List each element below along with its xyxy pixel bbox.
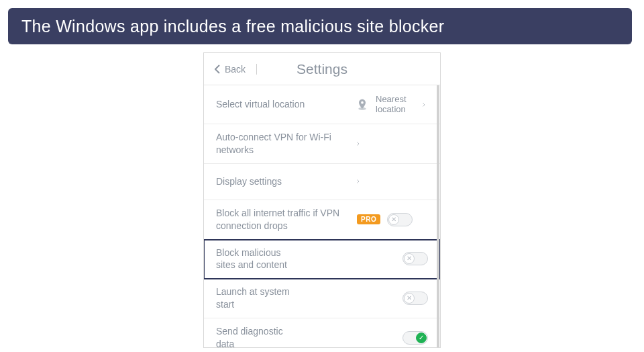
back-divider bbox=[256, 64, 257, 75]
row-label: Block all internet traffic if VPN connec… bbox=[216, 207, 350, 232]
row-label: Send diagnostic data bbox=[216, 325, 303, 347]
back-button[interactable]: Back bbox=[204, 64, 257, 75]
caption-text: The Windows app includes a free maliciou… bbox=[21, 17, 444, 36]
location-value: Nearest location bbox=[376, 95, 416, 115]
check-icon: ✓ bbox=[419, 335, 424, 341]
row-launch-at-start: Launch at system start ✕ bbox=[204, 279, 440, 318]
toggle-knob: ✕ bbox=[388, 214, 399, 225]
page-title: Settings bbox=[297, 61, 347, 77]
row-label: Auto-connect VPN for Wi-Fi networks bbox=[216, 131, 350, 157]
settings-list: Select virtual location Nearest location… bbox=[204, 85, 440, 347]
pro-badge: PRO bbox=[357, 214, 380, 224]
row-display-settings[interactable]: Display settings bbox=[204, 164, 440, 200]
settings-window: Back Settings Select virtual location Ne… bbox=[203, 52, 441, 348]
row-label: Select virtual location bbox=[216, 98, 349, 111]
toggle-diagnostic[interactable]: ✓ bbox=[402, 331, 428, 345]
scrollbar[interactable] bbox=[437, 85, 439, 347]
caption-banner: The Windows app includes a free maliciou… bbox=[8, 8, 632, 44]
row-label: Display settings bbox=[216, 175, 350, 188]
row-label: Launch at system start bbox=[216, 285, 303, 311]
x-icon: ✕ bbox=[391, 216, 396, 223]
chevron-right-icon bbox=[357, 177, 362, 185]
x-icon: ✕ bbox=[407, 295, 412, 302]
toggle-knob: ✓ bbox=[416, 333, 427, 343]
row-virtual-location[interactable]: Select virtual location Nearest location bbox=[204, 85, 440, 124]
row-block-traffic: Block all internet traffic if VPN connec… bbox=[204, 200, 440, 240]
toggle-block-traffic[interactable]: ✕ bbox=[387, 213, 413, 226]
toggle-knob: ✕ bbox=[404, 293, 415, 304]
toggle-launch-at-start[interactable]: ✕ bbox=[402, 292, 428, 305]
toggle-knob: ✕ bbox=[404, 253, 415, 264]
back-label: Back bbox=[225, 64, 246, 75]
location-pin-icon bbox=[356, 98, 369, 112]
toggle-block-malicious[interactable]: ✕ bbox=[402, 252, 428, 265]
row-diagnostic: Send diagnostic data ✓ bbox=[204, 318, 440, 347]
chevron-right-icon bbox=[423, 101, 428, 109]
chevron-left-icon bbox=[215, 64, 221, 74]
x-icon: ✕ bbox=[407, 255, 412, 262]
row-label: Block malicious sites and content bbox=[216, 247, 303, 272]
row-autoconnect[interactable]: Auto-connect VPN for Wi-Fi networks bbox=[204, 124, 440, 164]
chevron-right-icon bbox=[357, 140, 362, 148]
row-block-malicious: Block malicious sites and content ✕ bbox=[204, 240, 440, 279]
title-bar: Back Settings bbox=[204, 53, 440, 85]
